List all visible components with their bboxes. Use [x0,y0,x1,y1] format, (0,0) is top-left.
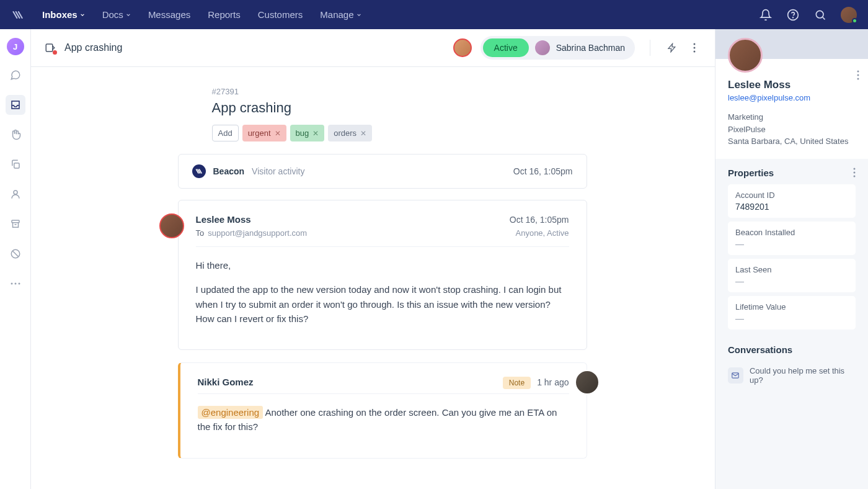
customer-more-icon[interactable] [857,70,859,80]
property-value: 7489201 [735,202,848,212]
help-icon[interactable] [786,8,800,22]
svg-rect-10 [46,44,53,52]
conversation-item[interactable]: Could you help me set this up? [728,361,856,390]
internal-note: Nikki Gomez Note1 hr ago @engineering An… [159,362,587,459]
nav-customers[interactable]: Customers [258,9,303,20]
conversation-pane: App crashing Active Sabrina Bachman #273… [31,29,715,489]
user-icon[interactable] [6,184,25,204]
property-key: Account ID [735,191,848,200]
property-value: — [735,313,848,323]
note-time: 1 hr ago [537,377,569,387]
customer-avatar-small[interactable] [453,38,472,57]
mail-icon [728,367,743,384]
status-pill[interactable]: Active [483,38,529,57]
customer-company: PixelPulse [728,123,856,136]
property-beacon-installed[interactable]: Beacon Installed — [728,222,856,255]
assignee-chip[interactable]: Active Sabrina Bachman [480,36,635,60]
tag-label: orders [334,128,356,138]
customer-location: Santa Barbara, CA, United States [728,135,856,148]
chat-icon[interactable] [6,65,25,85]
property-last-seen[interactable]: Last Seen — [728,259,856,292]
properties-title: Properties [728,168,774,178]
search-icon[interactable] [813,8,827,22]
to-label: To [196,228,205,238]
customer-panel: Leslee Moss leslee@pixelpulse.com Market… [715,29,868,489]
nav-docs[interactable]: Docs [102,9,131,20]
notifications-icon[interactable] [759,8,773,22]
tag-urgent[interactable]: urgent✕ [242,125,286,141]
message-body: Hi there, I updated the app to the new v… [196,258,569,326]
tag-bug[interactable]: bug✕ [290,125,325,141]
customer-meta: Marketing PixelPulse Santa Barbara, CA, … [728,111,856,148]
kebab-icon[interactable] [688,41,701,55]
conversation-type-icon [45,42,56,53]
customer-email[interactable]: leslee@pixelpulse.com [728,93,856,102]
message-from: Leslee Moss [196,214,251,225]
conversation-item-text: Could you help me set this up? [750,366,856,385]
property-key: Lifetime Value [735,302,848,312]
property-account-id[interactable]: Account ID 7489201 [728,184,856,218]
svg-point-7 [11,283,12,285]
nav-label: Customers [258,9,303,20]
conversations-title: Conversations [728,344,792,355]
conversation-id: #27391 [212,87,572,96]
inbox-icon[interactable] [6,95,25,115]
nav-reports[interactable]: Reports [208,9,241,20]
customer-message: Leslee Moss Oct 16, 1:05pm Tosupport@jan… [159,200,587,350]
event-title: Beacon [213,166,245,176]
user-avatar[interactable] [841,7,857,23]
nav-label: Inboxes [42,9,78,20]
note-pill: Note [503,377,531,389]
hand-icon[interactable] [6,125,25,145]
nav-messages[interactable]: Messages [148,9,190,20]
svg-point-9 [18,283,20,285]
app-logo[interactable] [11,8,25,22]
nav-label: Messages [148,9,190,20]
property-value: — [735,239,848,249]
conversations-section: Conversations Could you help me set this… [715,336,868,392]
add-tag-button[interactable]: Add [212,125,239,141]
block-icon[interactable] [6,244,25,264]
remove-tag-icon[interactable]: ✕ [360,129,366,138]
remove-tag-icon[interactable]: ✕ [312,129,319,138]
event-card[interactable]: Beacon Visitor activity Oct 16, 1:05pm [178,154,587,189]
conversation-scroll[interactable]: #27391 App crashing Add urgent✕ bug✕ ord… [31,67,715,489]
left-rail: J [0,29,31,489]
more-icon[interactable] [6,274,25,294]
message-card: Leslee Moss Oct 16, 1:05pm Tosupport@jan… [178,200,587,350]
beacon-icon [192,164,206,178]
svg-point-2 [816,11,823,18]
tag-orders[interactable]: orders✕ [328,125,372,141]
svg-point-8 [14,283,16,285]
nav-label: Docs [102,9,123,20]
message-time: Oct 16, 1:05pm [510,215,569,225]
copy-icon[interactable] [6,155,25,174]
nav-label: Manage [320,9,353,20]
svg-rect-5 [12,220,19,223]
top-nav: Inboxes Docs Messages Reports Customers … [0,0,868,29]
remove-tag-icon[interactable]: ✕ [275,129,281,138]
nav-manage[interactable]: Manage [320,9,361,20]
property-lifetime-value[interactable]: Lifetime Value — [728,296,856,330]
customer-avatar[interactable] [728,38,763,73]
bolt-icon[interactable] [665,41,679,55]
message-avatar [159,213,184,238]
beacon-event: Beacon Visitor activity Oct 16, 1:05pm [159,154,587,189]
customer-summary: Leslee Moss leslee@pixelpulse.com Market… [715,29,868,159]
archive-icon[interactable] [6,214,25,234]
event-subtitle: Visitor activity [252,166,304,176]
workspace-avatar[interactable]: J [7,38,24,55]
property-key: Last Seen [735,265,848,274]
svg-point-14 [857,71,859,73]
conversation-header: App crashing Active Sabrina Bachman [31,29,715,67]
message-text: I updated the app to the new version tod… [196,282,569,326]
note-mention[interactable]: @engineering [198,406,264,419]
divider [650,40,650,56]
properties-more-icon[interactable] [853,168,856,177]
svg-point-16 [857,78,859,80]
presence-dot [852,18,857,24]
nav-inboxes[interactable]: Inboxes [42,9,85,20]
svg-point-12 [694,47,696,49]
svg-point-11 [694,43,696,45]
message-greeting: Hi there, [196,258,569,272]
